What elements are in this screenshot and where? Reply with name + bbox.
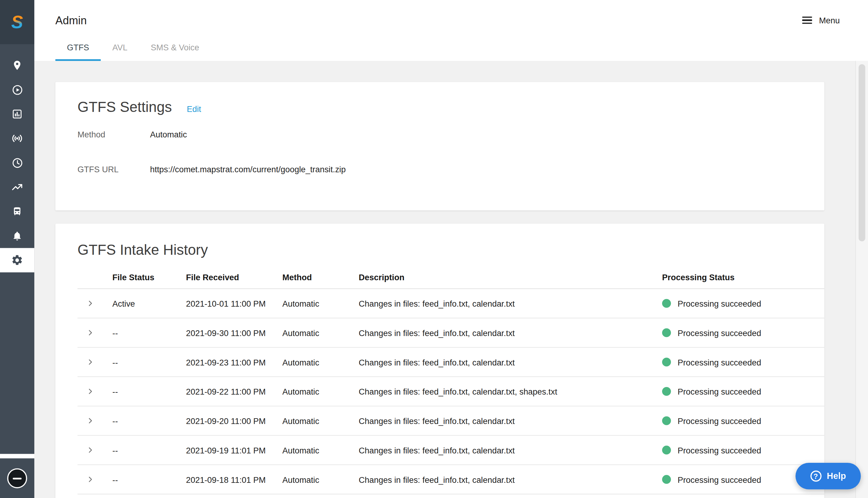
menu-label: Menu	[819, 15, 840, 25]
status-text: Processing succeeded	[678, 387, 761, 396]
settings-field-row: Method Automatic	[78, 130, 802, 139]
file-status-cell: --	[113, 387, 186, 396]
bar-chart-icon	[12, 108, 23, 120]
sidebar-divider	[0, 454, 34, 459]
file-received-cell: 2021-09-22 11:00 PM	[186, 387, 282, 396]
file-status-cell: --	[113, 445, 186, 455]
sidebar-item-alerts[interactable]	[0, 224, 34, 248]
file-status-cell: --	[113, 357, 186, 367]
status-text: Processing succeeded	[678, 357, 761, 367]
chevron-right-icon	[87, 417, 94, 424]
tab-bar: GTFSAVLSMS & Voice	[55, 35, 211, 61]
status-dot-icon	[662, 387, 671, 396]
chevron-right-icon	[87, 388, 94, 395]
trending-up-icon	[11, 181, 23, 193]
field-label: Method	[78, 130, 150, 139]
sidebar-item-live[interactable]	[0, 126, 34, 150]
table-row[interactable]: -- 2021-09-18 11:01 PM Automatic Changes…	[78, 465, 824, 494]
sidebar-item-admin[interactable]	[0, 248, 34, 272]
tab-avl[interactable]: AVL	[101, 35, 139, 61]
clock-icon	[11, 157, 23, 168]
sidebar-item-schedule[interactable]	[0, 150, 34, 175]
scrollbar-track	[855, 61, 868, 498]
sidebar-item-reports[interactable]	[0, 102, 34, 126]
table-row[interactable]: -- 2021-09-23 11:00 PM Automatic Changes…	[78, 348, 824, 377]
status-dot-icon	[662, 446, 671, 454]
expand-row-button[interactable]	[78, 299, 113, 307]
history-rows: Active 2021-10-01 11:00 PM Automatic Cha…	[78, 289, 824, 494]
gtfs-settings-card: GTFS Settings Edit Method Automatic GTFS…	[55, 82, 824, 210]
table-row[interactable]: Active 2021-10-01 11:00 PM Automatic Cha…	[78, 289, 824, 318]
table-row[interactable]: -- 2021-09-20 11:00 PM Automatic Changes…	[78, 406, 824, 436]
settings-fields: Method Automatic GTFS URL https://comet.…	[78, 130, 802, 174]
description-cell: Changes in files: feed_info.txt, calenda…	[359, 445, 662, 455]
expand-row-button[interactable]	[78, 475, 113, 483]
description-cell: Changes in files: feed_info.txt, calenda…	[359, 299, 662, 308]
description-cell: Changes in files: feed_info.txt, calenda…	[359, 328, 662, 337]
help-label: Help	[827, 471, 846, 481]
file-status-cell: --	[113, 328, 186, 337]
menu-button[interactable]: Menu	[802, 15, 840, 25]
table-row[interactable]: -- 2021-09-22 11:00 PM Automatic Changes…	[78, 377, 824, 406]
file-status-cell: --	[113, 416, 186, 425]
column-header: File Status	[113, 272, 186, 282]
description-cell: Changes in files: feed_info.txt, calenda…	[359, 416, 662, 425]
settings-field-row: GTFS URL https://comet.mapstrat.com/curr…	[78, 165, 802, 174]
sidebar-item-vehicles[interactable]	[0, 199, 34, 224]
status-text: Processing succeeded	[678, 416, 761, 425]
tab-gtfs[interactable]: GTFS	[55, 35, 101, 61]
status-text: Processing succeeded	[678, 299, 761, 308]
tab-sms-voice[interactable]: SMS & Voice	[139, 35, 211, 61]
chevron-right-icon	[87, 329, 94, 337]
method-cell: Automatic	[282, 299, 359, 308]
status-text: Processing succeeded	[678, 445, 761, 455]
status-text: Processing succeeded	[678, 475, 761, 484]
footer-logo[interactable]	[7, 468, 27, 488]
method-cell: Automatic	[282, 328, 359, 337]
footer-logo-mark	[13, 477, 22, 479]
field-value: Automatic	[150, 130, 187, 139]
expand-row-button[interactable]	[78, 417, 113, 424]
expand-row-button[interactable]	[78, 388, 113, 395]
bus-icon	[12, 206, 23, 217]
broadcast-icon	[11, 132, 23, 144]
processing-status-cell: Processing succeeded	[662, 416, 824, 425]
chevron-right-icon	[87, 358, 94, 366]
file-received-cell: 2021-09-23 11:00 PM	[186, 357, 282, 367]
app-logo[interactable]: S	[0, 0, 34, 44]
question-mark-icon: ?	[811, 471, 821, 482]
scrollbar-thumb[interactable]	[859, 64, 865, 241]
method-cell: Automatic	[282, 387, 359, 396]
method-cell: Automatic	[282, 475, 359, 484]
status-dot-icon	[662, 475, 671, 484]
expand-row-button[interactable]	[78, 358, 113, 366]
chevron-right-icon	[87, 299, 94, 307]
table-row[interactable]: -- 2021-09-19 11:01 PM Automatic Changes…	[78, 436, 824, 465]
file-status-cell: --	[113, 475, 186, 484]
status-text: Processing succeeded	[678, 328, 761, 337]
sidebar-item-playback[interactable]	[0, 78, 34, 102]
file-received-cell: 2021-09-20 11:00 PM	[186, 416, 282, 425]
expand-row-button[interactable]	[78, 446, 113, 454]
main-content: GTFS Settings Edit Method Automatic GTFS…	[34, 61, 868, 498]
column-header: Description	[359, 272, 662, 282]
sidebar-item-map[interactable]	[0, 53, 34, 77]
hamburger-icon	[802, 16, 813, 24]
processing-status-cell: Processing succeeded	[662, 357, 824, 367]
chevron-right-icon	[87, 446, 94, 454]
status-dot-icon	[662, 416, 671, 425]
processing-status-cell: Processing succeeded	[662, 328, 824, 337]
processing-status-cell: Processing succeeded	[662, 387, 824, 396]
table-row[interactable]: -- 2021-09-30 11:00 PM Automatic Changes…	[78, 318, 824, 348]
expand-row-button[interactable]	[78, 329, 113, 337]
gear-icon	[11, 254, 23, 266]
help-button[interactable]: ? Help	[795, 463, 861, 489]
sidebar-item-analytics[interactable]	[0, 175, 34, 199]
history-table: File StatusFile ReceivedMethodDescriptio…	[78, 266, 824, 494]
file-received-cell: 2021-09-18 11:01 PM	[186, 475, 282, 484]
bell-icon	[12, 230, 23, 241]
file-status-cell: Active	[113, 299, 186, 308]
column-header: Processing Status	[662, 272, 824, 282]
status-dot-icon	[662, 299, 671, 308]
edit-link[interactable]: Edit	[187, 104, 201, 114]
